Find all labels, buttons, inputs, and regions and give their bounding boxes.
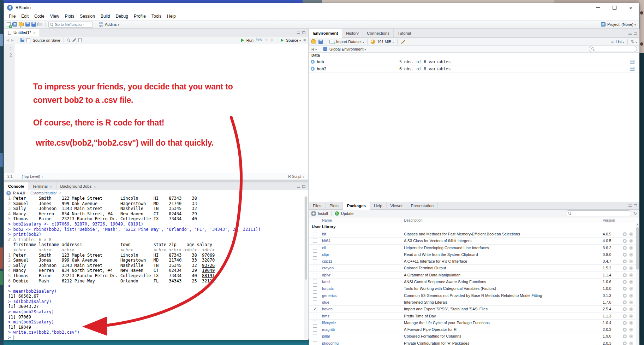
package-site-icon[interactable] (623, 321, 627, 325)
update-button[interactable]: Update (341, 211, 353, 216)
package-name-link[interactable]: cli (322, 246, 326, 250)
package-name-link[interactable]: clipr (322, 252, 329, 257)
package-site-icon[interactable] (623, 259, 627, 263)
package-name-link[interactable]: pillar (322, 334, 330, 338)
menu-session[interactable]: Session (77, 13, 98, 20)
scrollbar-thumb[interactable] (305, 197, 307, 280)
package-site-icon[interactable] (623, 314, 627, 318)
expand-object-icon[interactable] (311, 67, 315, 71)
package-checkbox[interactable] (313, 293, 317, 298)
compile-report-icon[interactable] (78, 38, 82, 42)
scroll-up-icon[interactable]: ▲ (636, 223, 639, 226)
menu-tools[interactable]: Tools (149, 13, 164, 20)
menu-build[interactable]: Build (98, 13, 113, 20)
remove-package-icon[interactable] (629, 259, 633, 263)
previous-chunk-icon[interactable]: ⇧ (265, 38, 268, 42)
tab-console[interactable]: Console (4, 182, 28, 190)
run-button[interactable]: Run (246, 38, 254, 42)
back-icon[interactable]: ◀ (6, 38, 9, 42)
package-name-link[interactable]: bit (322, 232, 326, 236)
package-checkbox[interactable] (313, 232, 317, 236)
remove-package-icon[interactable] (629, 266, 633, 270)
package-site-icon[interactable] (623, 266, 627, 270)
remove-package-icon[interactable] (629, 246, 633, 250)
memory-usage-dropdown[interactable]: 191 MiB (377, 40, 394, 44)
package-site-icon[interactable] (623, 341, 627, 345)
maximize-pane-icon[interactable] (302, 31, 305, 34)
tab-untitled1[interactable]: Untitled1* (4, 29, 40, 36)
package-site-icon[interactable] (623, 232, 627, 236)
tab-connections[interactable]: Connections (363, 29, 394, 37)
next-chunk-icon[interactable]: ⇩ (270, 38, 273, 42)
clear-objects-icon[interactable] (401, 40, 405, 44)
remove-package-icon[interactable] (629, 239, 633, 243)
environment-object-row[interactable]: bob5 obs. of 6 variables (309, 58, 639, 65)
refresh-icon[interactable]: ↻ (631, 39, 637, 44)
tab-environment[interactable]: Environment (309, 29, 342, 38)
filetype-selector[interactable]: R Script (288, 174, 304, 179)
remove-package-icon[interactable] (629, 232, 633, 236)
close-button[interactable] (622, 3, 639, 12)
package-checkbox[interactable] (313, 266, 317, 270)
remove-package-icon[interactable] (629, 334, 633, 338)
expand-object-icon[interactable] (311, 60, 315, 64)
package-checkbox[interactable] (313, 259, 317, 263)
titlebar[interactable]: R RStudio (4, 3, 639, 12)
package-site-icon[interactable] (623, 273, 627, 277)
goto-file-input[interactable] (55, 22, 91, 27)
menu-help[interactable]: Help (164, 13, 179, 20)
print-button[interactable] (37, 23, 42, 26)
menu-profile[interactable]: Profile (131, 13, 149, 20)
package-name-link[interactable]: pkgconfig (322, 341, 339, 345)
tab-terminal[interactable]: Terminal (28, 182, 56, 190)
environment-selector[interactable]: Global Environment (329, 47, 366, 51)
tab-background-jobs[interactable]: Background Jobs (56, 182, 101, 190)
addins-dropdown[interactable]: Addins (105, 22, 119, 27)
tab-files[interactable]: Files (309, 202, 326, 209)
new-file-button[interactable] (7, 22, 11, 27)
tab-packages[interactable]: Packages (343, 202, 370, 210)
maximize-pane-icon[interactable] (302, 185, 305, 188)
menu-code[interactable]: Code (31, 13, 47, 20)
remove-package-icon[interactable] (629, 314, 633, 318)
package-name-link[interactable]: magrittr (322, 327, 335, 332)
remove-package-icon[interactable] (629, 280, 633, 284)
remove-package-icon[interactable] (629, 300, 633, 304)
open-file-button[interactable] (19, 23, 24, 26)
package-checkbox[interactable] (313, 314, 317, 318)
remove-package-icon[interactable] (629, 253, 633, 257)
tab-history[interactable]: History (342, 29, 363, 37)
tab-help[interactable]: Help (370, 202, 387, 209)
menu-view[interactable]: View (47, 13, 62, 20)
new-project-button[interactable] (12, 22, 17, 27)
package-name-link[interactable]: lifecycle (322, 321, 336, 325)
minimize-button[interactable] (590, 3, 606, 12)
package-checkbox[interactable] (313, 300, 317, 304)
package-site-icon[interactable] (623, 239, 627, 243)
project-selector[interactable]: Project: (None) (601, 22, 636, 27)
minimize-pane-icon[interactable] (297, 31, 300, 34)
code-editor[interactable]: 1 2 To impress your friends, you decide … (4, 44, 308, 173)
package-name-link[interactable]: dplyr (322, 273, 330, 277)
popout-icon[interactable]: ⇗ (59, 191, 61, 195)
package-checkbox[interactable] (313, 341, 317, 345)
import-dataset-button[interactable]: Import Dataset (336, 40, 364, 44)
code-tools-icon[interactable] (72, 38, 76, 42)
package-name-link[interactable]: cpp11 (322, 259, 332, 263)
package-checkbox[interactable] (313, 327, 317, 332)
package-checkbox[interactable] (313, 307, 317, 311)
minimize-pane-icon[interactable] (628, 32, 632, 35)
remove-package-icon[interactable] (629, 341, 633, 345)
close-tab-icon[interactable] (94, 184, 96, 188)
package-name-link[interactable]: generics (322, 293, 337, 298)
package-name-link[interactable]: glue (322, 300, 329, 304)
package-site-icon[interactable] (623, 328, 627, 332)
close-tab-icon[interactable] (33, 30, 36, 35)
minimize-pane-icon[interactable] (628, 204, 632, 207)
package-checkbox[interactable] (313, 273, 317, 277)
remove-package-icon[interactable] (629, 307, 633, 311)
menu-file[interactable]: File (6, 13, 18, 20)
source-button[interactable]: Source (286, 38, 301, 42)
package-site-icon[interactable] (623, 287, 627, 291)
package-site-icon[interactable] (623, 294, 627, 298)
